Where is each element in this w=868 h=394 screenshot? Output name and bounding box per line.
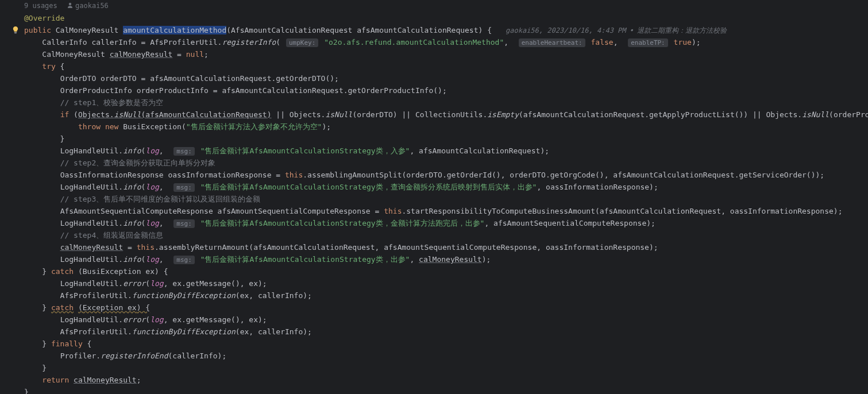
field-ref: log <box>145 255 159 264</box>
string-literal: "售后金额计算AfsAmountCalculationStrategy类，查询金… <box>200 183 537 191</box>
code-text: (ex, callerInfo); <box>236 291 312 300</box>
string-literal: "o2o.afs.refund.amountCalculationMethod" <box>324 38 504 47</box>
code-text: (orderProductInfo)) { <box>829 110 868 119</box>
annotation: @Override <box>24 14 64 22</box>
code-text: (orderDTO) <box>352 110 397 119</box>
static-method: info <box>123 183 141 191</box>
code-text: LogHandleUtil. <box>60 146 124 155</box>
code-text: Objects. <box>78 110 114 119</box>
field-ref: log <box>145 183 159 191</box>
code-text: (ex, callerInfo); <box>236 327 312 336</box>
kw-true: true <box>674 38 692 47</box>
kw-this: this <box>137 243 155 252</box>
static-method: error <box>123 279 145 288</box>
code-text: .startResponsibilityToComputeBusinessAmo… <box>402 207 842 215</box>
code-text: ) { <box>137 303 150 312</box>
inlay-author-annotation[interactable]: gaokai56, 2023/10/16, 4:43 PM•退款二期重构：退款方… <box>506 26 727 34</box>
string-literal: "售后金额计算AfsAmountCalculationStrategy类，出参" <box>200 255 410 264</box>
return-type: CalMoneyResult <box>56 26 119 34</box>
comment: // step4、组装返回金额信息 <box>60 231 164 240</box>
kw-try: try <box>42 62 55 71</box>
field-ref: log <box>150 315 163 324</box>
intention-bulb-icon[interactable] <box>11 25 20 33</box>
kw-new: new <box>105 122 118 131</box>
editor-gutter <box>0 0 22 394</box>
field-ref: log <box>145 219 159 227</box>
code-text: LogHandleUtil. <box>60 183 124 191</box>
kw-this: this <box>384 207 402 215</box>
code-text: OrderProductInfo orderProductInfo = afsA… <box>60 86 447 95</box>
static-method: isNull <box>325 110 352 119</box>
author-link[interactable]: gaokai56 <box>75 2 109 10</box>
param-hint-msg: msg: <box>173 219 195 228</box>
type: BusiException <box>123 122 182 131</box>
static-method: registerInfoEnd <box>101 351 168 360</box>
code-text: , oassInformationResponse); <box>537 183 658 191</box>
code-text: AfsAmountSequentialComputeResponse afsAm… <box>60 207 384 215</box>
comment: // step1、校验参数是否为空 <box>60 98 164 107</box>
comment: // step2、查询金额拆分获取正向单拆分对象 <box>60 159 216 167</box>
code-text: (afsAmountCalculationRequest.getApplyPro… <box>519 110 748 119</box>
code-text: CalMoneyResult <box>42 50 109 59</box>
author-icon <box>67 0 73 12</box>
svg-rect-0 <box>14 32 17 33</box>
static-method: info <box>123 146 141 155</box>
field-ref: log <box>145 146 159 155</box>
static-method: functionByDiffException <box>132 327 236 336</box>
static-method: isNull <box>802 110 829 119</box>
param-name: afsAmountCalculationRequest <box>357 26 478 34</box>
code-text: LogHandleUtil. <box>60 315 124 324</box>
code-text: .assemblingAmountSplit(orderDTO.getOrder… <box>303 171 824 179</box>
kw-return: return <box>42 376 69 384</box>
code-text: (BusiException ex) { <box>78 267 168 276</box>
svg-rect-1 <box>14 33 17 33</box>
kw-catch: catch <box>51 267 74 276</box>
code-text: = <box>172 50 186 59</box>
code-text: , afsAmountSequentialComputeResponse); <box>484 219 655 227</box>
kw-throw: throw <box>78 122 101 131</box>
code-text: LogHandleUtil. <box>60 219 124 227</box>
code-text: Exception ex <box>83 303 137 312</box>
static-method: isEmpty <box>487 110 519 119</box>
var-ref: calMoneyResult <box>74 376 137 384</box>
code-text: OrderDTO orderDTO = afsAmountCalculation… <box>60 74 339 83</box>
param-hint-heartbeat: enableHeartbeat: <box>519 38 585 47</box>
code-text: .assemblyReturnAmount(afsAmountCalculati… <box>155 243 658 252</box>
static-method: isNull <box>114 110 141 119</box>
code-vision-meta: 9 usages gaokai56 <box>24 0 109 12</box>
code-text: LogHandleUtil. <box>60 279 124 288</box>
string-literal: "售后金额计算AfsAmountCalculationStrategy类，金额计… <box>200 219 485 227</box>
param-hint-tp: enableTP: <box>628 38 668 47</box>
var-decl: calMoneyResult <box>110 50 173 59</box>
code-text: (afsAmountCalculationRequest) <box>141 110 272 119</box>
static-method: info <box>123 255 141 264</box>
code-text: ( <box>78 303 83 312</box>
code-text: , ex.getMessage(), ex); <box>164 279 267 288</box>
static-method: info <box>123 219 141 227</box>
code-editor[interactable]: @Overridepublic CalMoneyResult amountCal… <box>24 12 868 394</box>
param-hint-umpkey: umpKey: <box>286 38 318 47</box>
code-text: || Objects. <box>272 110 326 119</box>
string-literal: "售后金额计算AfsAmountCalculationStrategy类，入参" <box>200 146 410 155</box>
param-type: AfsAmountCalculationRequest <box>231 26 352 34</box>
kw-null: null <box>186 50 204 59</box>
code-text: OassInformationResponse oassInformationR… <box>60 171 285 179</box>
code-text: (callerInfo); <box>168 351 226 360</box>
kw-false: false <box>591 38 614 47</box>
kw-this: this <box>285 171 303 179</box>
static-method: error <box>123 315 145 324</box>
var-ref: calMoneyResult <box>419 255 482 264</box>
code-text: || CollectionUtils. <box>398 110 488 119</box>
kw-finally: finally <box>51 339 83 348</box>
kw-public: public <box>24 26 51 34</box>
param-hint-msg: msg: <box>173 147 195 156</box>
kw-if: if <box>60 110 70 119</box>
method-name: amountCalculationMethod <box>123 26 226 34</box>
code-text: LogHandleUtil. <box>60 255 124 264</box>
usages-link[interactable]: 9 usages <box>24 2 57 10</box>
svg-point-2 <box>69 3 71 5</box>
comment: // step3、售后单不同维度的金额计算以及返回组装的金额 <box>60 195 261 203</box>
static-method: registerInfo <box>222 38 276 47</box>
code-text: Profiler. <box>60 351 101 360</box>
static-method: functionByDiffException <box>132 291 236 300</box>
